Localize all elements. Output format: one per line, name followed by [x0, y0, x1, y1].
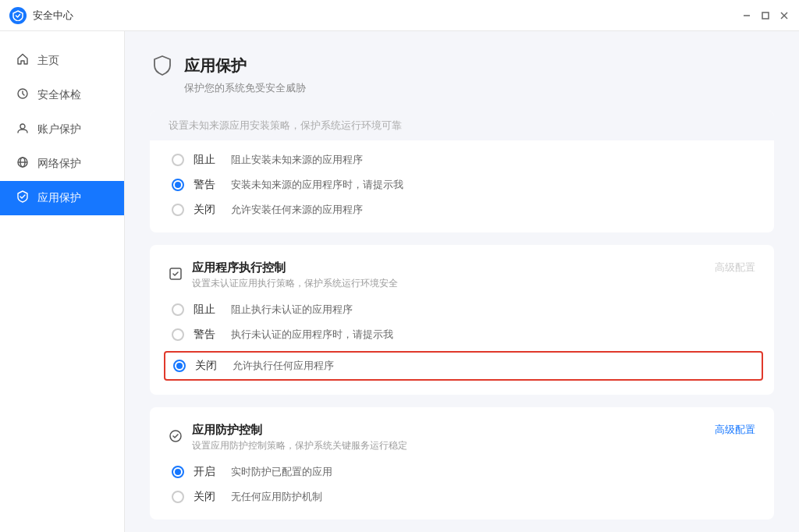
- maximize-button[interactable]: [760, 10, 771, 21]
- health-icon: [16, 87, 30, 103]
- app-protection-icon: [16, 190, 30, 206]
- source-block-label: 阻止: [194, 153, 215, 167]
- exec-block-radio[interactable]: [172, 303, 184, 316]
- titlebar: 安全中心: [0, 0, 799, 31]
- exec-off-option[interactable]: 关闭 允许执行任何应用程序: [164, 351, 763, 381]
- exec-control-title-area: 应用程序执行控制 设置未认证应用执行策略，保护系统运行环境安全: [169, 261, 398, 290]
- app-defense-icon: [169, 429, 184, 447]
- source-warn-desc: 安装未知来源的应用程序时，请提示我: [231, 178, 403, 192]
- app-defense-titles: 应用防护控制 设置应用防护控制策略，保护系统关键服务运行稳定: [192, 423, 407, 452]
- exec-block-label: 阻止: [194, 303, 215, 317]
- defense-on-label: 开启: [194, 465, 215, 479]
- exec-warn-radio[interactable]: [172, 328, 184, 341]
- exec-off-radio[interactable]: [173, 360, 186, 372]
- exec-control-titles: 应用程序执行控制 设置未认证应用执行策略，保护系统运行环境安全: [192, 261, 398, 290]
- app-defense-title: 应用防护控制: [192, 423, 407, 438]
- app-defense-title-area: 应用防护控制 设置应用防护控制策略，保护系统关键服务运行稳定: [169, 423, 407, 452]
- sidebar-item-home[interactable]: 主页: [0, 44, 124, 78]
- account-icon: [16, 122, 30, 137]
- minimize-button[interactable]: [741, 10, 752, 21]
- defense-off-radio[interactable]: [172, 491, 184, 503]
- exec-control-desc: 设置未认证应用执行策略，保护系统运行环境安全: [192, 277, 398, 290]
- exec-warn-desc: 执行未认证的应用程序时，请提示我: [231, 328, 393, 342]
- source-warn-radio[interactable]: [172, 179, 184, 191]
- page-subtitle: 保护您的系统免受安全威胁: [184, 81, 774, 95]
- home-icon: [16, 53, 30, 69]
- page-title: 应用保护: [184, 55, 247, 76]
- sidebar-label-home: 主页: [37, 54, 59, 68]
- exec-control-header: 应用程序执行控制 设置未认证应用执行策略，保护系统运行环境安全 高级配置: [169, 261, 755, 290]
- exec-block-desc: 阻止执行未认证的应用程序: [231, 303, 353, 317]
- exec-block-option[interactable]: 阻止 阻止执行未认证的应用程序: [172, 303, 755, 317]
- source-policy-options: 阻止 阻止安装未知来源的应用程序 警告 安装未知来源的应用程序时，请提示我 关闭…: [169, 153, 755, 217]
- exec-warn-option[interactable]: 警告 执行未认证的应用程序时，请提示我: [172, 328, 755, 342]
- close-button[interactable]: [779, 10, 790, 21]
- source-policy-section: 设置未知来源应用安装策略，保护系统运行环境可靠 阻止 阻止安装未知来源的应用程序…: [150, 111, 774, 232]
- source-warn-option[interactable]: 警告 安装未知来源的应用程序时，请提示我: [172, 178, 755, 192]
- sidebar: 主页 安全体检 账户保护: [0, 31, 125, 532]
- exec-warn-label: 警告: [194, 328, 215, 342]
- app-body: 主页 安全体检 账户保护: [0, 31, 799, 532]
- sidebar-label-account: 账户保护: [37, 122, 81, 137]
- exec-control-link[interactable]: 高级配置: [715, 261, 755, 275]
- app-defense-desc: 设置应用防护控制策略，保护系统关键服务运行稳定: [192, 439, 407, 452]
- page-header: 应用保护: [150, 53, 774, 78]
- source-block-option[interactable]: 阻止 阻止安装未知来源的应用程序: [172, 153, 755, 167]
- svg-rect-1: [762, 12, 769, 19]
- defense-off-option[interactable]: 关闭 无任何应用防护机制: [172, 490, 755, 504]
- sidebar-label-network: 网络保护: [37, 157, 81, 171]
- exec-control-options: 阻止 阻止执行未认证的应用程序 警告 执行未认证的应用程序时，请提示我 关闭 允…: [169, 303, 755, 379]
- network-icon: [16, 156, 30, 172]
- sidebar-item-network[interactable]: 网络保护: [0, 147, 124, 181]
- source-off-label: 关闭: [194, 203, 215, 217]
- sidebar-label-app: 应用保护: [37, 191, 81, 205]
- source-block-desc: 阻止安装未知来源的应用程序: [231, 153, 363, 167]
- defense-on-radio[interactable]: [172, 466, 184, 478]
- source-warn-label: 警告: [194, 178, 215, 192]
- sidebar-item-app[interactable]: 应用保护: [0, 181, 124, 215]
- source-off-radio[interactable]: [172, 204, 184, 216]
- defense-on-option[interactable]: 开启 实时防护已配置的应用: [172, 465, 755, 479]
- window-controls: [741, 10, 790, 21]
- defense-off-label: 关闭: [194, 490, 215, 504]
- app-defense-link[interactable]: 高级配置: [715, 423, 755, 437]
- exec-control-section: 应用程序执行控制 设置未认证应用执行策略，保护系统运行环境安全 高级配置 阻止 …: [150, 245, 774, 395]
- svg-point-5: [20, 124, 25, 129]
- exec-off-label: 关闭: [195, 359, 217, 373]
- content-area: 应用保护 保护您的系统免受安全威胁 设置未知来源应用安装策略，保护系统运行环境可…: [125, 31, 799, 532]
- app-defense-options: 开启 实时防护已配置的应用 关闭 无任何应用防护机制: [169, 465, 755, 504]
- app-defense-section: 应用防护控制 设置应用防护控制策略，保护系统关键服务运行稳定 高级配置 开启 实…: [150, 407, 774, 520]
- exec-control-title: 应用程序执行控制: [192, 261, 398, 275]
- app-logo: [9, 7, 27, 24]
- page-header-icon: [150, 53, 175, 78]
- titlebar-title: 安全中心: [33, 9, 741, 23]
- defense-off-desc: 无任何应用防护机制: [231, 490, 322, 504]
- sidebar-item-health[interactable]: 安全体检: [0, 78, 124, 112]
- exec-off-desc: 允许执行任何应用程序: [233, 359, 334, 373]
- app-defense-header: 应用防护控制 设置应用防护控制策略，保护系统关键服务运行稳定 高级配置: [169, 423, 755, 452]
- source-off-desc: 允许安装任何来源的应用程序: [231, 203, 363, 217]
- sidebar-label-health: 安全体检: [37, 88, 81, 102]
- source-block-radio[interactable]: [172, 154, 184, 166]
- sidebar-item-account[interactable]: 账户保护: [0, 112, 124, 147]
- defense-on-desc: 实时防护已配置的应用: [231, 465, 332, 479]
- exec-control-icon: [169, 267, 184, 285]
- source-off-option[interactable]: 关闭 允许安装任何来源的应用程序: [172, 203, 755, 217]
- source-policy-topbar: 设置未知来源应用安装策略，保护系统运行环境可靠: [150, 111, 774, 140]
